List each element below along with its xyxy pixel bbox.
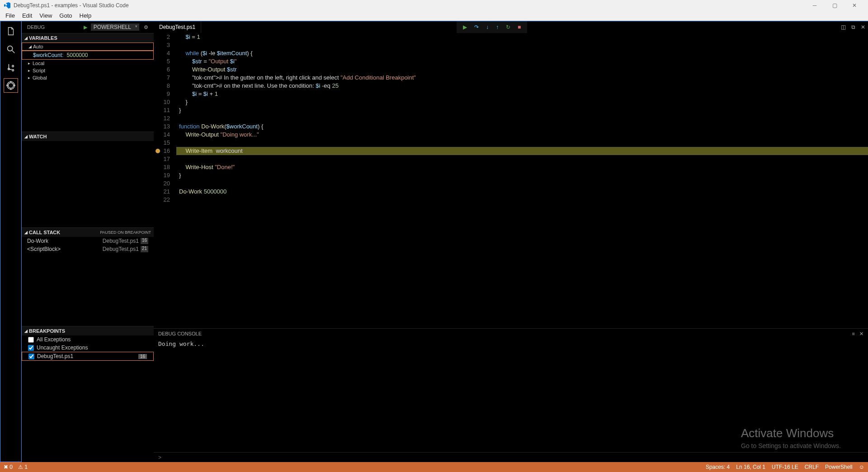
menu-view[interactable]: View [36, 12, 56, 19]
status-language[interactable]: PowerShell [825, 464, 853, 470]
variables-header[interactable]: ◢VARIABLES [22, 33, 154, 42]
debug-sidebar: DEBUG ▶ PowerShell ⚙ ◢VARIABLES ◢Auto $w… [22, 21, 154, 462]
callstack-panel: ◢CALL STACKPAUSED ON BREAKPOINT Do-WorkD… [22, 227, 154, 326]
svg-point-2 [8, 83, 14, 88]
split-editor-icon[interactable]: ◫ [841, 24, 846, 30]
callstack-row[interactable]: <ScriptBlock>DebugTest.ps121 [22, 245, 154, 253]
step-over-button[interactable]: ↷ [474, 24, 479, 30]
variables-panel: ◢VARIABLES ◢Auto $workCount: 5000000 ▸Lo… [22, 33, 154, 132]
close-panel-icon[interactable]: ✕ [861, 24, 865, 30]
status-warnings[interactable]: ⚠ 1 [18, 464, 28, 470]
debug-header: DEBUG ▶ PowerShell ⚙ [22, 21, 154, 33]
step-into-button[interactable]: ↓ [486, 24, 489, 30]
git-icon[interactable] [4, 60, 18, 75]
debug-icon[interactable] [4, 78, 18, 93]
status-errors[interactable]: ✖ 0 [4, 464, 13, 470]
minimize-button[interactable]: ─ [805, 0, 825, 11]
editor-tabs: DebugTest.ps1 ▶ ↷ ↓ ↑ ↻ ■ ◫ ⧉ ✕ [154, 21, 868, 33]
var-group-auto[interactable]: ◢Auto [22, 42, 154, 51]
var-group-global[interactable]: ▸Global [22, 74, 154, 81]
editor-tab[interactable]: DebugTest.ps1 [154, 21, 201, 33]
callstack-row[interactable]: Do-WorkDebugTest.ps116 [22, 237, 154, 245]
var-group-script[interactable]: ▸Script [22, 67, 154, 74]
debug-settings-icon[interactable]: ⚙ [144, 24, 148, 30]
status-feedback-icon[interactable]: ☺ [859, 464, 864, 470]
debug-console: DEBUG CONSOLE ≡ ✕ Doing work... > [154, 328, 868, 462]
console-title: DEBUG CONSOLE [158, 331, 202, 336]
activity-bar [0, 21, 22, 462]
console-input[interactable]: > [154, 452, 868, 462]
debug-toolbar: ▶ ↷ ↓ ↑ ↻ ■ [457, 21, 527, 33]
console-wrap-icon[interactable]: ≡ [852, 331, 855, 337]
restart-button[interactable]: ↻ [506, 24, 510, 30]
maximize-button[interactable]: ▢ [825, 0, 844, 11]
toggle-icon[interactable]: ⧉ [851, 24, 855, 30]
close-window-button[interactable]: ✕ [844, 0, 864, 11]
title-bar: DebugTest.ps1 - examples - Visual Studio… [0, 0, 868, 11]
vscode-logo-icon [4, 2, 11, 9]
bp-checkbox[interactable] [28, 345, 34, 351]
continue-button[interactable]: ▶ [463, 24, 467, 30]
breakpoint-row[interactable]: DebugTest.ps116 [22, 352, 154, 361]
start-debug-button[interactable]: ▶ [84, 24, 87, 30]
var-group-local[interactable]: ▸Local [22, 60, 154, 67]
watch-header[interactable]: ◢WATCH [22, 132, 154, 141]
menu-file[interactable]: File [2, 12, 19, 19]
breakpoint-row[interactable]: Uncaught Exceptions [22, 344, 154, 352]
explorer-icon[interactable] [4, 24, 18, 38]
console-output: Doing work... [154, 339, 868, 452]
status-encoding[interactable]: UTF-16 LE [772, 464, 798, 470]
debug-config-dropdown[interactable]: PowerShell [91, 24, 139, 31]
status-bar: ✖ 0 ⚠ 1 Spaces: 4 Ln 16, Col 1 UTF-16 LE… [0, 462, 868, 472]
menu-help[interactable]: Help [76, 12, 95, 19]
breakpoints-header[interactable]: ◢BREAKPOINTS [22, 326, 154, 335]
search-icon[interactable] [4, 42, 18, 57]
status-cursor[interactable]: Ln 16, Col 1 [736, 464, 765, 470]
bp-checkbox[interactable] [28, 354, 34, 359]
watch-panel: ◢WATCH [22, 132, 154, 227]
step-out-button[interactable]: ↑ [496, 24, 499, 30]
breakpoint-row[interactable]: All Exceptions [22, 335, 154, 344]
svg-point-0 [8, 46, 13, 51]
stop-button[interactable]: ■ [518, 24, 521, 30]
debug-label: DEBUG [27, 24, 45, 30]
status-spaces[interactable]: Spaces: 4 [706, 464, 730, 470]
menu-goto[interactable]: Goto [56, 12, 75, 19]
bp-checkbox[interactable] [28, 337, 34, 343]
console-close-icon[interactable]: ✕ [859, 331, 863, 337]
editor-area: DebugTest.ps1 ▶ ↷ ↓ ↑ ↻ ■ ◫ ⧉ ✕ 23456789… [154, 21, 868, 462]
status-eol[interactable]: CRLF [805, 464, 819, 470]
window-title: DebugTest.ps1 - examples - Visual Studio… [14, 2, 129, 9]
menu-edit[interactable]: Edit [19, 12, 36, 19]
menu-bar: File Edit View Goto Help [0, 11, 868, 21]
svg-line-1 [12, 51, 15, 53]
variable-workcount[interactable]: $workCount: 5000000 [22, 51, 154, 60]
code-editor[interactable]: 2345678910111213141516171819202122 $i = … [154, 33, 868, 328]
callstack-header[interactable]: ◢CALL STACKPAUSED ON BREAKPOINT [22, 228, 154, 237]
breakpoints-panel: ◢BREAKPOINTS All Exceptions Uncaught Exc… [22, 326, 154, 462]
